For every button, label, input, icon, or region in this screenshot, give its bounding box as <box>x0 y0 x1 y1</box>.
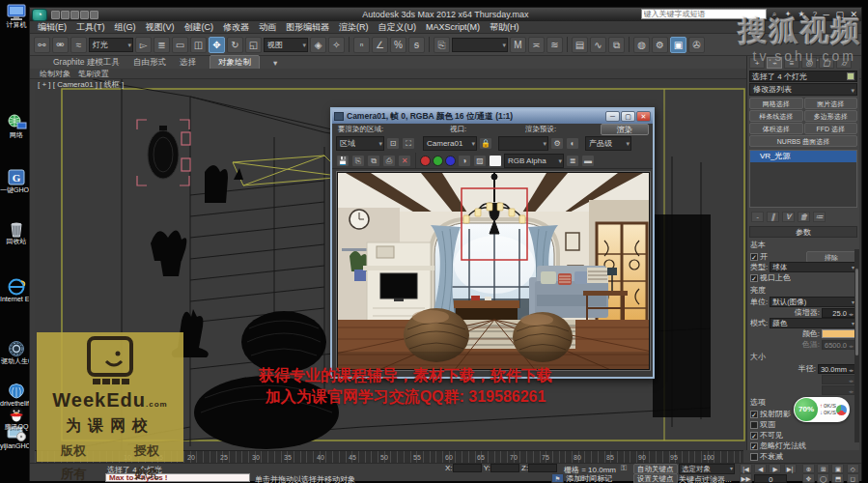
environment-icon[interactable]: ◐ <box>566 137 579 150</box>
desktop-icon-qudong[interactable]: 驱动人生6 <box>0 340 33 365</box>
area-to-render-dropdown[interactable]: 区域 <box>336 136 384 151</box>
patch-select-button[interactable]: 面片选择 <box>804 98 858 109</box>
print-image-icon[interactable]: ⎙ <box>382 155 396 167</box>
show-end-result-icon[interactable]: ∥ <box>767 212 779 222</box>
memory-percent-badge[interactable]: 70% <box>795 398 818 421</box>
go-to-start-icon[interactable]: |◀ <box>740 464 752 473</box>
clear-color-swatch[interactable] <box>489 155 502 167</box>
desktop-icon-computer[interactable]: 计算机 <box>0 4 33 29</box>
desktop-icon-recycle-bin[interactable]: 回收站 <box>0 220 33 245</box>
field-of-view-icon[interactable]: ◇ <box>847 464 859 473</box>
key-lock-icon[interactable]: ⚿ <box>621 464 627 473</box>
exclude-button[interactable]: 排除 <box>806 251 856 263</box>
modifier-stack[interactable]: VR_光源 <box>749 150 857 208</box>
title-bar[interactable]: ◔ Autodesk 3ds Max 2012 x64 Thursday.max… <box>30 8 861 21</box>
go-to-end-icon[interactable]: ▶▶ <box>740 473 752 483</box>
copy-image-icon[interactable]: ⎘ <box>351 155 365 167</box>
open-icon[interactable] <box>61 11 70 19</box>
mesh-select-button[interactable]: 网格选择 <box>749 98 803 109</box>
menu-edit[interactable]: 编辑(E) <box>38 21 67 34</box>
window-crossing-icon[interactable]: ◫ <box>190 37 207 53</box>
ribbon-tab-freeform[interactable]: 自由形式 <box>133 57 166 69</box>
poly-select-button[interactable]: 多边形选择 <box>804 110 858 122</box>
named-selection-dropdown[interactable] <box>452 38 508 52</box>
auto-region-icon[interactable]: ⛶ <box>402 137 415 150</box>
save-image-icon[interactable]: 💾 <box>336 155 350 167</box>
viewport-shade-checkbox[interactable] <box>750 274 758 282</box>
select-and-rotate-icon[interactable]: ↻ <box>227 37 243 53</box>
unlink-selection-icon[interactable]: ⚮ <box>52 37 69 53</box>
alpha-channel-icon[interactable]: ▨ <box>473 155 487 167</box>
intensity-unit-dropdown[interactable]: 默认(图像) <box>770 297 856 307</box>
selection-filter-dropdown[interactable]: 灯光 <box>89 38 133 52</box>
layer-icon[interactable]: ≣ <box>566 155 579 167</box>
zoom-all-icon[interactable]: ⊞ <box>817 464 829 473</box>
make-unique-icon[interactable]: ∀ <box>782 212 795 222</box>
temperature-spinner[interactable]: 6500.0 <box>822 340 856 350</box>
select-and-link-icon[interactable]: ⚯ <box>34 37 50 53</box>
clear-image-icon[interactable]: ✕ <box>398 155 411 167</box>
ribbon-panel-brush-settings[interactable]: 笔刷设置 <box>78 69 109 79</box>
current-frame-field[interactable]: 0 <box>754 474 787 483</box>
save-icon[interactable] <box>70 11 79 19</box>
layer-manager-icon[interactable]: ≋ <box>546 37 563 53</box>
compare-icon[interactable]: ▬ <box>581 155 595 167</box>
monochrome-icon[interactable]: ◑ <box>458 155 471 167</box>
x-coord-field[interactable] <box>453 464 482 472</box>
ffd-select-button[interactable]: FFD 选择 <box>804 123 858 134</box>
spline-select-button[interactable]: 样条线选择 <box>749 110 803 122</box>
edit-region-icon[interactable]: ⊡ <box>386 137 400 150</box>
pan-icon[interactable]: ✥ <box>802 473 815 483</box>
select-and-manipulate-icon[interactable]: ✧ <box>328 37 345 53</box>
menu-graph-editors[interactable]: 图形编辑器 <box>286 21 329 34</box>
select-and-move-icon[interactable]: ✥ <box>209 37 225 53</box>
prev-frame-icon[interactable]: ◀ <box>754 464 767 473</box>
percent-snap-icon[interactable]: % <box>390 37 406 53</box>
reference-coordinate-dropdown[interactable]: 视图 <box>264 38 308 52</box>
named-selection-sets-icon[interactable]: ⎘ <box>434 37 450 53</box>
blue-channel-icon[interactable] <box>445 156 456 166</box>
light-type-dropdown[interactable]: 球体 <box>770 262 856 272</box>
menu-group[interactable]: 组(G) <box>115 21 136 34</box>
modifier-list-dropdown[interactable]: 修改器列表 <box>749 83 857 96</box>
remove-modifier-icon[interactable]: 🗑 <box>798 212 810 222</box>
pin-stack-icon[interactable]: - <box>751 212 764 222</box>
key-filters-button[interactable]: 关键点过滤器... <box>679 474 732 483</box>
select-object-icon[interactable]: ▻ <box>135 37 152 53</box>
select-and-scale-icon[interactable]: ◱ <box>245 37 262 53</box>
angle-snap-icon[interactable]: ∠ <box>372 37 388 53</box>
render-quality-dropdown[interactable]: 产品级 <box>585 136 631 151</box>
align-icon[interactable]: ≍ <box>528 37 545 53</box>
render-setup-icon[interactable]: ⚙ <box>550 137 564 150</box>
play-icon[interactable]: ▶ <box>769 464 781 473</box>
render-minimize-button[interactable]: ─ <box>605 111 620 122</box>
light-color-swatch[interactable] <box>822 329 856 338</box>
new-icon[interactable] <box>51 11 60 19</box>
configure-modifier-sets-icon[interactable]: ≔ <box>813 212 826 222</box>
viewport-label[interactable]: [ + ] [ Camera01 ] [ 线框 ] <box>38 79 124 90</box>
ignore-light-normals-checkbox[interactable] <box>750 442 758 450</box>
next-frame-icon[interactable]: ▶| <box>784 464 797 473</box>
add-time-tag[interactable]: 添加时间标记 <box>566 474 612 483</box>
viewport-dropdown[interactable]: Camera01 <box>423 136 477 151</box>
schematic-view-icon[interactable]: ⧉ <box>608 37 625 53</box>
desktop-icon-qq[interactable]: 腾讯QQ <box>0 406 33 431</box>
red-channel-icon[interactable] <box>420 156 431 166</box>
rectangular-selection-region-icon[interactable]: ▭ <box>172 37 188 53</box>
orbit-icon[interactable]: ◯ <box>817 473 829 483</box>
desktop-icon-network[interactable]: 网络 <box>0 114 33 139</box>
app-menu-button[interactable]: ◔ <box>32 9 47 21</box>
zoom-icon[interactable]: ⊕ <box>802 464 815 473</box>
render-setup-icon[interactable]: ⚙ <box>652 37 668 53</box>
desktop-icon-internet-explorer[interactable]: Internet Explorer <box>0 278 33 303</box>
set-key-button[interactable]: 设置关键点 <box>633 473 678 483</box>
menu-tools[interactable]: 工具(T) <box>76 21 105 34</box>
channel-display-dropdown[interactable]: RGB Alpha <box>504 154 564 168</box>
menu-rendering[interactable]: 渲染(R) <box>339 21 369 34</box>
snap-toggle-3d-icon[interactable]: ⁿ <box>353 37 370 53</box>
curve-editor-icon[interactable]: ∿ <box>590 37 606 53</box>
time-tag-icon[interactable]: ⚑ <box>551 473 564 483</box>
undo-icon[interactable] <box>80 11 89 19</box>
rendered-frame-window-icon[interactable]: ▣ <box>670 37 686 53</box>
stack-item-vraylight[interactable]: VR_光源 <box>750 151 856 162</box>
